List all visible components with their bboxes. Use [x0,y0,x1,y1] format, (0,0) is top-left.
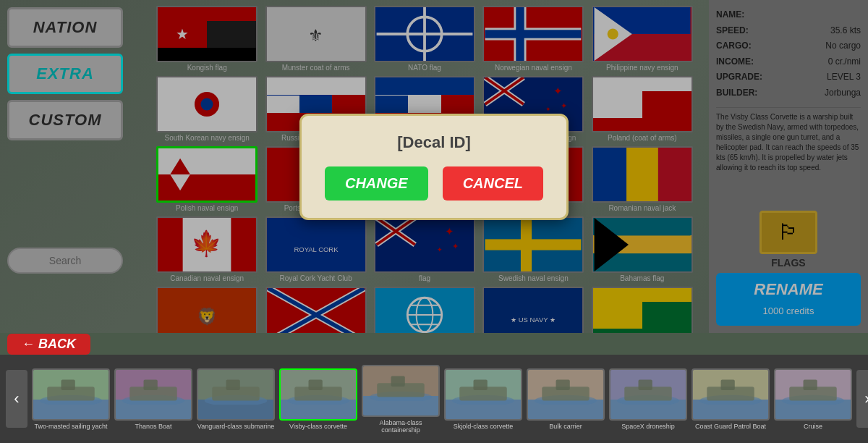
main-area: NATION EXTRA CUSTOM ★Kongish flag⚜Munste… [0,0,868,333]
ship-name: Thanos Boat [135,423,171,430]
ship-item[interactable]: Thanos Boat [114,368,192,430]
ship-item[interactable]: Visby-class corvette [279,368,357,430]
carousel-left-arrow[interactable]: ‹ [6,370,27,428]
svg-rect-88 [144,379,158,389]
ship-name: SpaceX droneship [621,423,675,430]
ship-item[interactable]: Bulk carrier [527,368,605,430]
cancel-button[interactable]: CANCEL [443,166,543,201]
ship-thumbnail [692,368,770,421]
modal-buttons: CHANGE CANCEL [325,166,543,201]
ship-item[interactable]: Coast Guard Patrol Boat [692,368,770,430]
ship-name: Alabama-class containership [362,419,440,434]
ship-thumbnail [32,368,110,421]
carousel-right-arrow[interactable]: › [856,370,868,428]
ship-thumbnail [197,368,275,421]
change-button[interactable]: CHANGE [325,166,428,201]
svg-rect-100 [474,379,488,389]
ship-item[interactable]: Alabama-class containership [362,365,440,434]
ship-name: Coast Guard Patrol Boat [695,423,766,430]
ship-name: Cruise [804,423,822,430]
svg-rect-85 [61,379,75,389]
modal-overlay: [Decal ID] CHANGE CANCEL [0,0,868,333]
ship-name: Two-masted sailing yacht [34,423,107,430]
ship-name: Visby-class corvette [289,423,347,430]
ship-item[interactable]: Cruise [774,368,852,430]
ship-name: Skjold-class corvette [454,423,514,430]
ship-thumbnail [774,368,852,421]
svg-rect-109 [721,379,735,389]
ship-thumbnail [279,368,357,421]
ship-thumbnail [527,368,605,421]
ship-carousel: ‹ Two-masted sailing yacht Thanos Boat V… [0,355,868,443]
ship-thumbnail [609,368,687,421]
svg-rect-106 [639,379,652,389]
svg-rect-97 [391,376,405,386]
back-button[interactable]: ← BACK [7,334,90,355]
svg-rect-94 [309,379,323,389]
ship-name: Vanguard-class submarine [197,423,274,430]
ship-thumbnail [444,368,522,421]
svg-rect-103 [556,379,570,389]
modal-title: [Decal ID] [397,133,470,152]
ship-thumbnail [362,365,440,417]
bottom-bar: ← BACK [0,333,868,355]
ship-item[interactable]: Skjold-class corvette [444,368,522,430]
modal-box: [Decal ID] CHANGE CANCEL [299,114,569,220]
svg-rect-112 [804,379,817,389]
ship-item[interactable]: Vanguard-class submarine [197,368,275,430]
ship-items: Two-masted sailing yacht Thanos Boat Van… [32,365,852,434]
ship-item[interactable]: SpaceX droneship [609,368,687,430]
ship-thumbnail [114,368,192,421]
ship-item[interactable]: Two-masted sailing yacht [32,368,110,430]
ship-name: Bulk carrier [549,423,582,430]
svg-rect-91 [226,379,240,389]
